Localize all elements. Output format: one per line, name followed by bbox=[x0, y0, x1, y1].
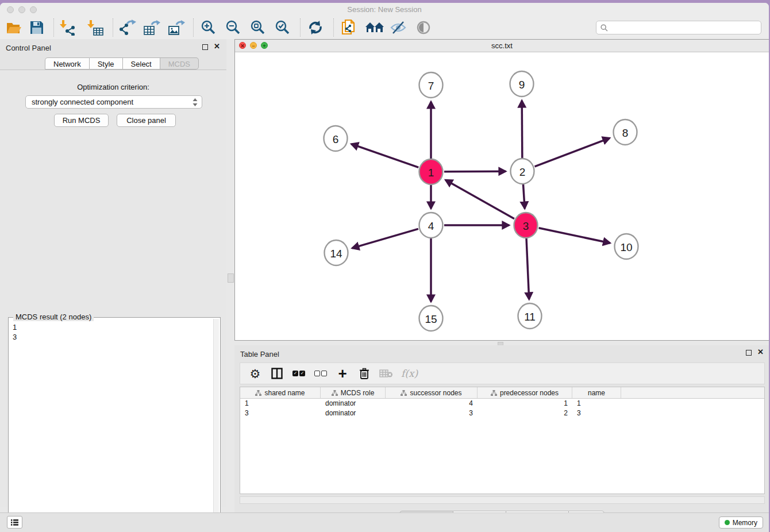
graph-node-14[interactable]: 14 bbox=[325, 240, 348, 265]
graph-edge-3-11[interactable] bbox=[526, 238, 529, 299]
vertical-splitter[interactable] bbox=[226, 39, 234, 507]
graph-node-2[interactable]: 2 bbox=[511, 159, 534, 184]
graph-edge-3-1[interactable] bbox=[445, 180, 514, 218]
zoom-in-icon[interactable] bbox=[199, 19, 218, 36]
toolbar-separator bbox=[333, 18, 334, 37]
home-networks-icon[interactable] bbox=[364, 19, 385, 36]
graph-node-7[interactable]: 7 bbox=[419, 72, 443, 98]
float-panel-icon[interactable] bbox=[202, 44, 208, 50]
graph-node-15[interactable]: 15 bbox=[419, 306, 443, 331]
table-horizontal-scrollbar[interactable] bbox=[240, 496, 765, 504]
show-eye-icon[interactable] bbox=[414, 19, 433, 36]
graph-edge-1-6[interactable] bbox=[351, 144, 418, 168]
refresh-icon[interactable] bbox=[306, 19, 325, 36]
cell-shared-name[interactable]: 1 bbox=[240, 399, 321, 408]
tab-network[interactable]: Network bbox=[45, 57, 90, 70]
column-header-mcds-role[interactable]: MCDS role bbox=[321, 387, 386, 398]
cell-mcds-role[interactable]: dominator bbox=[321, 408, 386, 418]
cell-successor-nodes[interactable]: 4 bbox=[386, 399, 478, 408]
cell-predecessor-nodes[interactable]: 2 bbox=[478, 408, 572, 418]
column-header-shared-name[interactable]: shared name bbox=[240, 387, 321, 398]
graph-edge-2-9[interactable] bbox=[522, 101, 522, 158]
graph-node-4[interactable]: 4 bbox=[419, 213, 443, 238]
tree-icon bbox=[401, 390, 407, 396]
mcds-result-legend: MCDS result (2 nodes) bbox=[13, 313, 94, 321]
criterion-select[interactable]: strongly connected component bbox=[25, 95, 202, 109]
column-visibility-icon[interactable] bbox=[270, 365, 284, 381]
graph-edge-3-10[interactable] bbox=[539, 228, 610, 243]
mcds-result-box[interactable]: MCDS result (2 nodes) 1 3 bbox=[8, 317, 221, 532]
export-network-icon[interactable] bbox=[118, 19, 137, 36]
tab-mcds[interactable]: MCDS bbox=[160, 57, 199, 70]
delete-column-trash-icon[interactable] bbox=[357, 365, 371, 381]
control-panel-tabs: Network Style Select MCDS bbox=[45, 57, 199, 70]
export-table-icon[interactable] bbox=[143, 19, 161, 36]
graph-node-8[interactable]: 8 bbox=[614, 119, 637, 145]
add-column-icon[interactable]: + bbox=[336, 365, 349, 381]
svg-text:3: 3 bbox=[523, 220, 529, 232]
node-table: shared name MCDS role successor nodes pr… bbox=[240, 387, 765, 494]
memory-button[interactable]: Memory bbox=[719, 516, 763, 529]
mcds-result-scrollbar[interactable] bbox=[213, 319, 219, 532]
table-row[interactable]: 1 dominator 4 1 1 bbox=[240, 399, 764, 408]
close-table-panel-icon[interactable]: ✕ bbox=[757, 348, 764, 356]
graph-svg[interactable]: 1234678910111415 bbox=[235, 52, 769, 340]
graph-edge-1-2[interactable] bbox=[444, 171, 506, 172]
cell-name[interactable]: 3 bbox=[572, 408, 621, 418]
close-panel-button[interactable]: Close panel bbox=[117, 114, 176, 127]
tree-icon bbox=[255, 390, 261, 396]
column-header-successor-nodes[interactable]: successor nodes bbox=[386, 387, 478, 398]
run-mcds-button[interactable]: Run MCDS bbox=[54, 114, 109, 127]
task-history-list-button[interactable] bbox=[7, 516, 22, 529]
cell-shared-name[interactable]: 3 bbox=[240, 408, 321, 418]
horizontal-splitter[interactable] bbox=[234, 341, 769, 345]
deselect-all-icon[interactable] bbox=[314, 365, 328, 381]
float-table-panel-icon[interactable] bbox=[746, 350, 752, 356]
duplicate-network-icon[interactable] bbox=[339, 19, 357, 36]
close-panel-icon[interactable]: ✕ bbox=[214, 42, 220, 51]
titlebar: Session: New Session bbox=[0, 3, 769, 16]
memory-label: Memory bbox=[733, 519, 757, 527]
import-network-icon[interactable] bbox=[59, 19, 77, 36]
table-settings-gear-icon[interactable]: ⚙ bbox=[248, 365, 262, 381]
table-panel-title: Table Panel bbox=[240, 350, 279, 358]
graph-edge-2-3[interactable] bbox=[523, 184, 525, 209]
tab-select[interactable]: Select bbox=[123, 57, 160, 70]
cell-predecessor-nodes[interactable]: 1 bbox=[478, 399, 572, 408]
application-window: Session: New Session bbox=[0, 3, 769, 532]
graph-node-11[interactable]: 11 bbox=[518, 303, 542, 329]
criterion-select-value: strongly connected component bbox=[26, 98, 192, 106]
cell-successor-nodes[interactable]: 3 bbox=[386, 408, 478, 418]
tab-style[interactable]: Style bbox=[90, 57, 123, 70]
graph-node-6[interactable]: 6 bbox=[324, 126, 348, 151]
graph-node-3[interactable]: 3 bbox=[514, 213, 538, 238]
graph-edge-4-14[interactable] bbox=[352, 229, 418, 248]
zoom-selected-icon[interactable] bbox=[274, 19, 292, 36]
table-row[interactable]: 3 dominator 3 2 3 bbox=[240, 408, 764, 418]
search-field[interactable] bbox=[596, 21, 761, 34]
network-window-title: scc.txt bbox=[235, 41, 769, 50]
control-panel-title: Control Panel bbox=[6, 44, 51, 52]
window-title: Session: New Session bbox=[0, 5, 769, 14]
open-session-icon[interactable] bbox=[5, 19, 23, 36]
zoom-out-icon[interactable] bbox=[224, 19, 242, 36]
graph-edge-2-8[interactable] bbox=[535, 138, 610, 167]
import-table-icon[interactable] bbox=[86, 19, 105, 36]
export-image-icon[interactable] bbox=[167, 19, 186, 36]
save-session-icon[interactable] bbox=[28, 19, 46, 36]
status-bar: Memory bbox=[0, 512, 769, 532]
column-header-predecessor-nodes[interactable]: predecessor nodes bbox=[478, 387, 572, 398]
list-icon bbox=[11, 518, 18, 526]
zoom-fit-icon[interactable] bbox=[249, 19, 267, 36]
select-all-icon[interactable]: ✓✓ bbox=[292, 365, 306, 381]
column-header-name[interactable]: name bbox=[572, 387, 621, 398]
hide-eye-icon[interactable] bbox=[389, 19, 407, 36]
graph-node-10[interactable]: 10 bbox=[615, 234, 638, 259]
cell-name[interactable]: 1 bbox=[572, 399, 621, 408]
cell-mcds-role[interactable]: dominator bbox=[321, 399, 386, 408]
svg-text:1: 1 bbox=[428, 167, 434, 179]
graph-node-9[interactable]: 9 bbox=[510, 71, 534, 97]
vertical-splitter-handle[interactable] bbox=[228, 273, 234, 283]
graph-node-1[interactable]: 1 bbox=[419, 159, 443, 184]
search-input[interactable] bbox=[611, 21, 761, 34]
